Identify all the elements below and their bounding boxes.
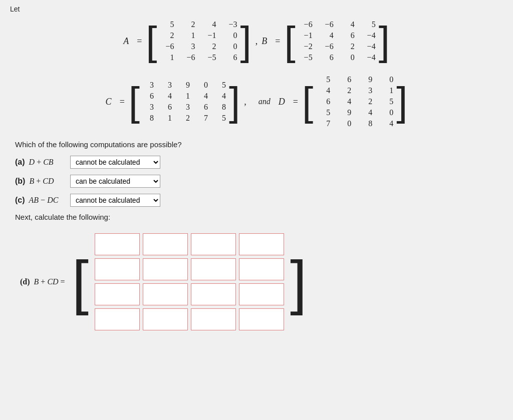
matrix-input-cell[interactable] [143, 233, 188, 255]
matrix-cell: 6 [143, 92, 154, 101]
matrix-cell: 5 [362, 20, 376, 29]
matrix-input-cell[interactable] [191, 258, 236, 280]
matrix-cell: 6 [161, 103, 172, 112]
expr-b2: CD [43, 177, 54, 185]
dropdown-b[interactable]: cannot be calculated can be calculated [70, 175, 160, 188]
let-label: Let [10, 5, 503, 13]
expr-d: B [34, 277, 39, 286]
matrix-cell: 9 [179, 81, 190, 90]
bracket-a-right: ] [240, 18, 251, 64]
matrix-cell: 3 [179, 103, 190, 112]
matrix-input-cell[interactable] [143, 283, 188, 305]
bracket-b-right: ] [379, 18, 390, 64]
matrix-cell: 4 [161, 92, 172, 101]
row1-matrices: A = [ 524−321−10−63201−6−56 ] , B = [ −6… [123, 18, 390, 64]
dropdown-a[interactable]: cannot be calculated can be calculated [70, 156, 160, 169]
matrix-input-cell[interactable] [191, 283, 236, 305]
bold-b: (b) [15, 177, 25, 185]
matrix-cell: 4 [202, 20, 216, 29]
and-label: and [259, 97, 271, 106]
matrix-input-cell[interactable] [143, 308, 188, 330]
expr-d2: CD [47, 277, 58, 286]
matrix-cell: 7 [316, 119, 330, 128]
matrix-cell: 2 [341, 42, 355, 51]
matrix-input-cell[interactable] [95, 258, 140, 280]
matrix-cell: 9 [337, 108, 351, 117]
equals-b: = [275, 36, 280, 47]
matrix-input-cell[interactable] [95, 233, 140, 255]
part-d-section: (d) B + CD = [ ] [20, 228, 503, 335]
computation-row-c: (c) AB − DC cannot be calculated can be … [15, 194, 503, 207]
bold-c: (c) [15, 196, 25, 204]
matrix-cell: 8 [358, 119, 372, 128]
matrix-cell: 2 [337, 86, 351, 95]
bold-a: (a) [15, 158, 25, 166]
matrix-b-label: B [262, 36, 267, 47]
expr-b: B [29, 177, 34, 185]
matrix-cell: 1 [161, 114, 172, 123]
matrix-cell: 6 [197, 103, 208, 112]
matrix-cell: −4 [362, 53, 376, 62]
matrix-cell: 4 [341, 20, 355, 29]
matrix-cell: −6 [160, 42, 174, 51]
expr-a: D [29, 158, 35, 166]
matrix-cell: 5 [316, 108, 330, 117]
comma-ab: , [255, 36, 258, 47]
dropdown-c[interactable]: cannot be calculated can be calculated [70, 194, 160, 207]
matrix-cell: 1 [379, 86, 393, 95]
matrix-cell: 1 [179, 92, 190, 101]
equals-c: = [120, 97, 125, 107]
matrix-c-bracket: [ 33905641443636881275 ] [129, 79, 240, 125]
matrix-c-label: C [106, 97, 112, 107]
part-d-label: (d) B + CD = [20, 277, 65, 286]
matrix-input-cell[interactable] [239, 283, 284, 305]
matrix-cell: 1 [160, 53, 174, 62]
matrix-cell: 0 [223, 31, 237, 40]
matrix-cell: 0 [379, 108, 393, 117]
matrix-b-grid: −6−645−146−4−2−62−4−560−4 [296, 18, 379, 64]
expr-a2: CB [43, 158, 53, 166]
matrix-a-bracket: [ 524−321−10−63201−6−56 ] [146, 18, 251, 64]
matrix-input-cell[interactable] [239, 258, 284, 280]
comma-cd: , [244, 97, 246, 107]
matrix-cell: 8 [143, 114, 154, 123]
matrix-input-cell[interactable] [95, 283, 140, 305]
matrix-cell: 1 [181, 31, 195, 40]
matrix-cell: 4 [320, 31, 334, 40]
matrix-cell: 6 [223, 53, 237, 62]
matrix-cell: 3 [161, 81, 172, 90]
questions-section: Which of the following computations are … [15, 140, 503, 335]
matrix-b-bracket: [ −6−645−146−4−2−62−4−560−4 ] [284, 18, 389, 64]
matrix-input-cell[interactable] [191, 308, 236, 330]
matrix-cell: 8 [215, 103, 226, 112]
matrix-input-cell[interactable] [143, 258, 188, 280]
matrix-cell: 5 [316, 75, 330, 84]
matrix-cell: −4 [362, 31, 376, 40]
matrix-c-grid: 33905641443636881275 [140, 79, 229, 125]
matrix-cell: −1 [202, 31, 216, 40]
matrix-cell: −5 [299, 53, 313, 62]
matrix-cell: 2 [179, 114, 190, 123]
matrix-cell: −6 [320, 42, 334, 51]
matrix-input-cell[interactable] [191, 233, 236, 255]
which-question-text: Which of the following computations are … [15, 140, 503, 149]
matrix-d-bracket: [ 56904231642559407084 ] [302, 73, 407, 130]
matrix-cell: 0 [337, 119, 351, 128]
expr-c2: DC [47, 196, 58, 204]
matrix-cell: 5 [379, 97, 393, 106]
matrix-cell: 7 [197, 114, 208, 123]
matrix-a-grid: 524−321−10−63201−6−56 [157, 18, 240, 64]
matrix-input-cell[interactable] [95, 308, 140, 330]
bracket-d-left: [ [302, 73, 313, 130]
matrix-cell: 5 [215, 114, 226, 123]
matrix-cell: 2 [181, 20, 195, 29]
bracket-c-left: [ [129, 79, 140, 125]
matrix-cell: −6 [181, 53, 195, 62]
matrix-cell: 4 [337, 97, 351, 106]
matrix-input-cell[interactable] [239, 308, 284, 330]
matrix-cell: 5 [215, 81, 226, 90]
computation-label-a: (a) D + CB [15, 158, 65, 167]
matrix-input-cell[interactable] [239, 233, 284, 255]
matrix-cell: 5 [160, 20, 174, 29]
matrix-cell: −2 [299, 42, 313, 51]
